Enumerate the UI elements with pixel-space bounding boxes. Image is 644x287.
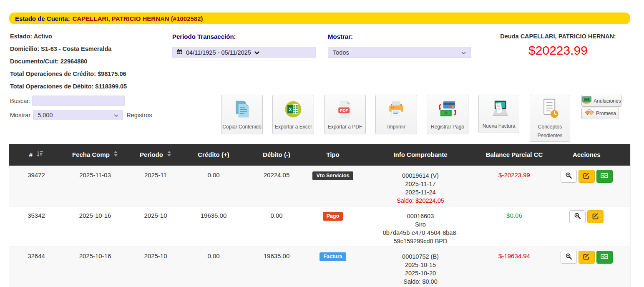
sort-icon	[167, 151, 171, 159]
handshake-icon	[584, 109, 594, 118]
column-header-balance: Balance Parcial CC	[486, 144, 543, 166]
row-partial-balance: $0.06	[486, 206, 543, 247]
type-badge: Vto Servicios	[312, 171, 353, 180]
row-credit: 0.00	[184, 247, 243, 287]
row-date: 2025-10-16	[63, 247, 127, 287]
export-pdf-label: Exportar a PDF	[328, 124, 362, 130]
row-payment-button[interactable]	[596, 251, 613, 264]
register-payment-label: Registrar Pago	[431, 124, 464, 130]
date-range-value: 04/11/1925 - 05/11/2025	[186, 49, 251, 56]
edit-button[interactable]	[587, 210, 604, 223]
print-label: Imprimir	[387, 124, 405, 130]
pending-concepts-label-2: Pendientes	[537, 133, 562, 139]
row-voucher-info: 00016603Siro0b7da45b-e470-4504-8ba8-59c1…	[355, 206, 486, 247]
row-actions	[543, 206, 630, 247]
row-payment-button[interactable]	[596, 170, 613, 183]
column-header-periodo[interactable]: Periodo	[127, 144, 184, 166]
voucher-info-line: 00016603	[355, 212, 486, 220]
export-excel-label: Exportar a Excel	[275, 124, 312, 130]
chevron-down-icon	[114, 112, 118, 118]
column-header-acciones: Acciones	[543, 144, 630, 166]
account-address: Domicilio: S1-63 - Costa Esmeralda	[10, 43, 127, 55]
row-date: 2025-11-03	[63, 166, 127, 206]
page-title-bar: Estado de Cuenta: CAPELLARI, PATRICIO HE…	[9, 13, 630, 24]
transaction-row: 353422025-10-162025-1019635.000.00Pago00…	[9, 206, 630, 247]
page-title-label: Estado de Cuenta:	[15, 15, 70, 22]
row-voucher-info: 00019614 (V)2025-11-172025-11-24Saldo: $…	[355, 166, 486, 206]
row-number: 35342	[9, 206, 63, 247]
filter-type-select[interactable]: Todos	[328, 47, 471, 58]
date-range-picker[interactable]: 04/11/1925 - 05/11/2025	[172, 47, 316, 58]
copy-icon	[231, 99, 252, 121]
debt-label: Deuda CAPELLARI, PATRICIO HERNAN:	[486, 33, 630, 40]
print-button[interactable]: Imprimir	[375, 95, 417, 134]
view-detail-button[interactable]	[561, 251, 577, 264]
chevron-down-icon	[461, 49, 466, 56]
column-header-number[interactable]: #	[9, 144, 63, 166]
transaction-row: 394722025-11-032025-110.0020224.05Vto Se…	[9, 166, 630, 206]
debt-amount: $20223.99	[486, 43, 630, 58]
row-debit: 19635.00	[243, 247, 310, 287]
new-invoice-label: Nueva Factura	[483, 123, 516, 129]
view-detail-button[interactable]	[561, 170, 577, 183]
page-title-account-name: CAPELLARI, PATRICIO HERNAN (#1002582)	[73, 15, 203, 22]
new-invoice-button[interactable]: Nueva Factura	[478, 95, 519, 133]
promise-label: Promesa	[596, 111, 616, 116]
export-excel-button[interactable]: X Exportar a Excel	[272, 95, 314, 134]
periodo-label: Periodo Transacción:	[172, 33, 236, 40]
transactions-tbody: 394722025-11-032025-110.0020224.05Vto Se…	[9, 166, 630, 287]
edit-icon	[583, 172, 590, 180]
page-size-suffix: Registros	[126, 112, 152, 118]
row-type: Factura	[310, 247, 355, 287]
partial-balance-value: $-19634.94	[498, 252, 530, 259]
table-header-row: # Fecha Comp Periodo Crédito (+) Débito …	[9, 144, 630, 166]
page-size-label: Mostrar	[10, 112, 30, 118]
pending-concepts-label-1: Conceptos	[538, 124, 562, 130]
copy-content-label: Copiar Contenido	[222, 124, 261, 130]
printer-icon	[386, 99, 407, 121]
account-summary: Estado: Activo Domicilio: S1-63 - Costa …	[10, 30, 127, 93]
magnifier-icon	[574, 212, 581, 221]
view-detail-button[interactable]	[569, 210, 586, 223]
row-voucher-info: 00010752 (B)2025-10-152025-10-20Saldo: $…	[355, 247, 486, 287]
pdf-icon: PDF	[335, 99, 355, 121]
copy-content-button[interactable]: Copiar Contenido	[221, 95, 263, 134]
page-size-value: 5,000	[38, 112, 53, 118]
invoice-icon	[488, 98, 509, 121]
register-payment-button[interactable]: Registrar Pago	[427, 95, 468, 134]
estado-de-cuenta-page: Estado de Cuenta: CAPELLARI, PATRICIO HE…	[0, 0, 644, 287]
debt-summary: Deuda CAPELLARI, PATRICIO HERNAN: $20223…	[486, 33, 630, 58]
cancellations-button[interactable]: $$$ Anulaciones	[581, 95, 621, 107]
page-size-select[interactable]: 5,000	[33, 110, 123, 120]
edit-button[interactable]	[579, 251, 595, 264]
cancellations-label: Anulaciones	[594, 98, 621, 104]
chevron-down-icon	[254, 49, 259, 56]
row-number: 32644	[9, 247, 63, 287]
column-header-credito: Crédito (+)	[184, 144, 243, 166]
promise-button[interactable]: Promesa	[581, 108, 619, 119]
page-size-row: Mostrar 5,000 Registros	[10, 110, 152, 120]
pending-concepts-button[interactable]: Conceptos Pendientes	[530, 95, 570, 142]
voucher-info-line: 00019614 (V)	[355, 171, 486, 180]
type-badge: Pago	[323, 212, 343, 221]
row-partial-balance: $-19634.94	[486, 247, 543, 287]
voucher-info-line: Saldo: $0.00	[355, 277, 486, 286]
voucher-info-line: 2025-10-15	[355, 261, 486, 269]
row-actions	[543, 247, 630, 287]
search-row: Buscar:	[10, 96, 125, 106]
voucher-info-line: 2025-10-20	[355, 269, 486, 277]
row-period: 2025-10	[127, 206, 184, 247]
row-type: Vto Servicios	[310, 166, 355, 206]
edit-button[interactable]	[579, 170, 595, 183]
voucher-info-line: 0b7da45b-e470-4504-8ba8-	[355, 229, 486, 237]
row-type: Pago	[310, 206, 355, 247]
partial-balance-value: $0.06	[506, 212, 522, 219]
search-input[interactable]	[32, 96, 125, 106]
column-header-fecha[interactable]: Fecha Comp	[63, 144, 127, 166]
voucher-info-line: Saldo: $20224.05	[355, 196, 486, 205]
search-label: Buscar:	[10, 98, 30, 104]
export-pdf-button[interactable]: PDF Exportar a PDF	[324, 95, 366, 134]
account-status: Estado: Activo	[10, 30, 127, 43]
column-header-info: Info Comprobante	[355, 144, 486, 166]
money-icon	[601, 173, 608, 180]
